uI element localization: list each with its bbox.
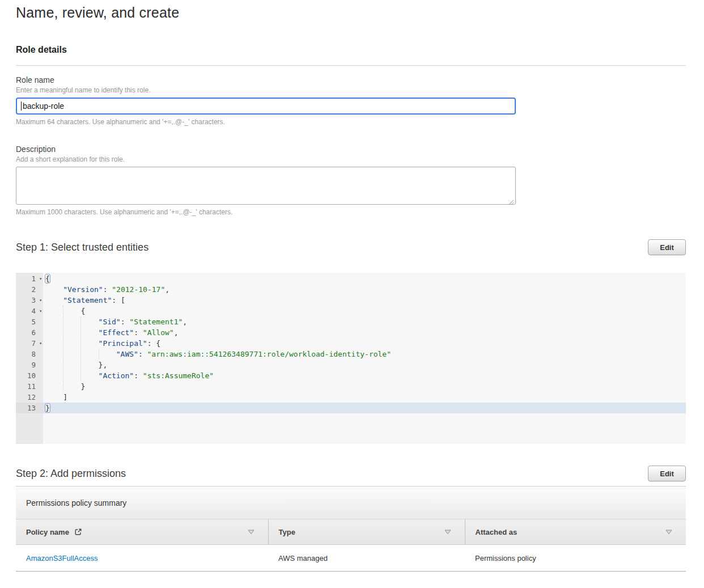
editor-gutter: 1▾23▾4▾567▾8910111213 xyxy=(16,273,43,444)
page-title: Name, review, and create xyxy=(16,5,686,21)
permissions-table: Policy name xyxy=(16,519,686,572)
code-line-10[interactable]: "Action": "sts:AssumeRole" xyxy=(43,370,686,381)
role-name-input[interactable] xyxy=(16,98,516,115)
description-label: Description xyxy=(16,145,686,154)
text-caret xyxy=(21,101,22,111)
step1-heading: Step 1: Select trusted entities xyxy=(16,242,149,253)
fold-toggle-icon[interactable]: ▾ xyxy=(36,306,42,316)
code-line-6[interactable]: "Effect": "Allow", xyxy=(43,327,686,338)
editor-code[interactable]: {"Version": "2012-10-17","Statement": [{… xyxy=(43,273,686,444)
column-label: Attached as xyxy=(476,528,518,536)
line-number: 7 xyxy=(31,339,36,348)
code-line-12[interactable]: ] xyxy=(43,392,686,403)
column-label: Type xyxy=(279,528,295,536)
external-link-icon[interactable] xyxy=(74,528,82,536)
cell-type: AWS managed xyxy=(268,545,465,572)
column-header-attached-as[interactable]: Attached as xyxy=(465,519,686,545)
code-line-5[interactable]: "Sid": "Statement1", xyxy=(43,316,686,327)
code-line-3[interactable]: "Statement": [ xyxy=(43,295,686,306)
code-line-8[interactable]: "AWS": "arn:aws:iam::541263489771:role/w… xyxy=(43,349,686,359)
code-line-7[interactable]: "Principal": { xyxy=(43,338,686,349)
trust-policy-editor[interactable]: 1▾23▾4▾567▾8910111213 {"Version": "2012-… xyxy=(16,273,686,444)
line-number: 2 xyxy=(31,285,36,294)
gutter-line-4: 4▾ xyxy=(16,306,43,316)
line-number: 9 xyxy=(31,361,36,369)
permissions-panel-title: Permissions policy summary xyxy=(16,487,686,519)
code-line-4[interactable]: { xyxy=(43,306,686,316)
description-hint: Maximum 1000 characters. Use alphanumeri… xyxy=(16,208,686,216)
gutter-line-6: 6 xyxy=(16,327,43,338)
cell-policy-name: AmazonS3FullAccess xyxy=(16,545,268,572)
gutter-line-11: 11 xyxy=(16,381,43,392)
step2-heading: Step 2: Add permissions xyxy=(16,468,126,480)
line-number: 5 xyxy=(31,318,36,326)
role-name-hint: Maximum 64 characters. Use alphanumeric … xyxy=(16,118,686,126)
gutter-line-12: 12 xyxy=(16,392,43,403)
filter-icon[interactable] xyxy=(444,530,451,535)
column-header-policy-name[interactable]: Policy name xyxy=(16,519,268,545)
filter-icon[interactable] xyxy=(248,530,255,535)
line-number: 13 xyxy=(27,404,36,412)
step2-edit-button[interactable]: Edit xyxy=(648,466,686,481)
gutter-line-1: 1▾ xyxy=(16,273,43,284)
line-number: 6 xyxy=(31,328,36,337)
fold-toggle-icon[interactable]: ▾ xyxy=(36,273,42,284)
fold-toggle-icon[interactable]: ▾ xyxy=(36,338,42,349)
permissions-policy-summary-panel: Permissions policy summary Policy name xyxy=(16,486,686,572)
description-textarea[interactable] xyxy=(16,167,516,205)
line-number: 10 xyxy=(27,371,36,380)
gutter-line-9: 9 xyxy=(16,359,43,370)
gutter-line-2: 2 xyxy=(16,284,43,295)
code-line-9[interactable]: }, xyxy=(43,359,686,370)
code-line-2[interactable]: "Version": "2012-10-17", xyxy=(43,284,686,295)
role-name-label: Role name xyxy=(16,75,686,84)
role-name-field: Role name Enter a meaningful name to ide… xyxy=(16,75,686,126)
column-header-type[interactable]: Type xyxy=(268,519,465,545)
description-field: Description Add a short explanation for … xyxy=(16,145,686,216)
description-help: Add a short explanation for this role. xyxy=(16,155,686,163)
line-number: 8 xyxy=(31,350,36,358)
line-number: 11 xyxy=(27,382,36,391)
gutter-line-3: 3▾ xyxy=(16,295,43,306)
column-label: Policy name xyxy=(26,528,69,536)
table-header-row: Policy name xyxy=(16,519,686,545)
role-details-heading: Role details xyxy=(16,45,686,55)
step1-edit-button[interactable]: Edit xyxy=(648,239,686,255)
table-row: AmazonS3FullAccess AWS managed Permissio… xyxy=(16,545,686,572)
line-number: 1 xyxy=(31,274,36,283)
gutter-line-10: 10 xyxy=(16,370,43,381)
line-number: 3 xyxy=(31,296,36,304)
cell-attached-as: Permissions policy xyxy=(465,545,686,572)
step2-header-row: Step 2: Add permissions Edit xyxy=(16,466,686,481)
gutter-line-8: 8 xyxy=(16,349,43,359)
policy-name-link[interactable]: AmazonS3FullAccess xyxy=(26,554,97,562)
role-name-help: Enter a meaningful name to identify this… xyxy=(16,86,686,94)
filter-icon[interactable] xyxy=(665,530,672,535)
page: Name, review, and create Role details Ro… xyxy=(0,0,704,572)
code-line-11[interactable]: } xyxy=(43,381,686,392)
code-line-1[interactable]: { xyxy=(43,273,686,284)
divider xyxy=(16,65,686,66)
line-number: 4 xyxy=(31,307,36,315)
fold-toggle-icon[interactable]: ▾ xyxy=(36,295,42,306)
resize-handle-icon[interactable] xyxy=(508,197,514,203)
step1-header-row: Step 1: Select trusted entities Edit xyxy=(16,239,686,255)
gutter-line-7: 7▾ xyxy=(16,338,43,349)
code-line-13[interactable]: } xyxy=(43,403,686,413)
gutter-line-13: 13 xyxy=(16,403,43,413)
gutter-line-5: 5 xyxy=(16,316,43,327)
line-number: 12 xyxy=(27,393,36,401)
